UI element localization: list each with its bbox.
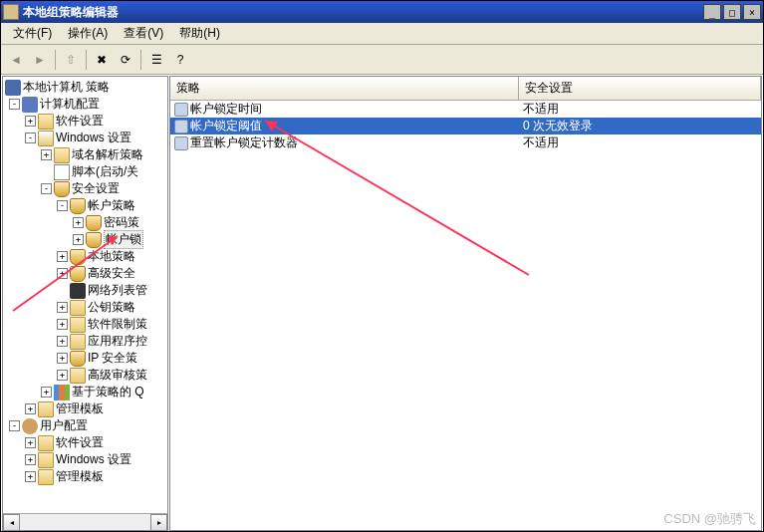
delete-button[interactable]: ✖ [91, 49, 113, 71]
expand-icon[interactable]: + [57, 353, 68, 364]
network-icon [70, 283, 86, 299]
tree-advanced-audit[interactable]: +高级审核策 [3, 367, 167, 384]
list-row[interactable]: 重置帐户锁定计数器不适用 [170, 134, 761, 151]
tree-u-windows-settings[interactable]: +Windows 设置 [3, 451, 167, 468]
tree-advanced-security[interactable]: +高级安全 [3, 265, 167, 282]
expand-icon[interactable]: + [57, 370, 68, 381]
forward-button[interactable]: ► [29, 49, 51, 71]
menu-bar: 文件(F) 操作(A) 查看(V) 帮助(H) [1, 23, 763, 45]
properties-button[interactable]: ☰ [145, 49, 167, 71]
tree-lockout-policy[interactable]: +帐户锁 [3, 231, 167, 248]
tree-app-control[interactable]: +应用程序控 [3, 333, 167, 350]
folder-icon [38, 452, 54, 468]
tree-user-config[interactable]: -用户配置 [3, 417, 167, 434]
folder-icon [54, 147, 70, 163]
collapse-icon[interactable]: - [9, 420, 20, 431]
content-area: 本地计算机 策略 -计算机配置 +软件设置 -Windows 设置 +域名解析策… [1, 75, 763, 531]
tree-ip-security[interactable]: +IP 安全策 [3, 350, 167, 367]
watermark: CSDN @驰骋飞 [663, 510, 756, 528]
list-row[interactable]: 帐户锁定时间不适用 [170, 101, 761, 118]
scroll-track[interactable] [20, 514, 150, 530]
folder-icon [70, 300, 86, 316]
expand-icon[interactable]: + [41, 387, 52, 398]
shield-icon [70, 351, 86, 367]
tree-windows-settings[interactable]: -Windows 设置 [3, 130, 167, 146]
help-toolbar-button[interactable]: ? [169, 49, 191, 71]
app-icon [3, 4, 19, 20]
tree-u-admin-templates[interactable]: +管理模板 [3, 468, 167, 485]
collapse-icon[interactable]: - [57, 200, 68, 211]
list-cell-value: 不适用 [519, 101, 761, 118]
expand-icon[interactable]: + [73, 217, 84, 228]
horizontal-scrollbar[interactable]: ◂ ▸ [3, 513, 167, 530]
tree-software-restrict[interactable]: +软件限制策 [3, 316, 167, 333]
folder-icon [38, 401, 54, 417]
list-row[interactable]: 帐户锁定阈值0 次无效登录 [170, 118, 761, 134]
expand-icon[interactable]: + [73, 234, 84, 245]
tree-public-key[interactable]: +公钥策略 [3, 299, 167, 316]
menu-help[interactable]: 帮助(H) [171, 23, 228, 44]
menu-action[interactable]: 操作(A) [60, 23, 116, 44]
expand-icon[interactable]: + [25, 116, 36, 127]
user-icon [22, 418, 38, 434]
list-cell-name: 帐户锁定时间 [170, 101, 519, 118]
expand-icon[interactable]: + [57, 251, 68, 262]
list-cell-name: 帐户锁定阈值 [170, 118, 519, 134]
tree-dns-policy[interactable]: +域名解析策略 [3, 146, 167, 163]
tree-software-settings[interactable]: +软件设置 [3, 113, 167, 130]
minimize-button[interactable]: _ [703, 4, 721, 20]
folder-icon [70, 368, 86, 384]
collapse-icon[interactable]: - [25, 133, 36, 143]
tree-scripts[interactable]: 脚本(启动/关 [3, 163, 167, 180]
folder-icon [70, 334, 86, 350]
expand-icon[interactable]: + [25, 471, 36, 482]
title-bar: 本地组策略编辑器 _ □ × [1, 1, 763, 23]
menu-file[interactable]: 文件(F) [5, 23, 60, 44]
column-header-security[interactable]: 安全设置 [519, 77, 761, 100]
list-body[interactable]: 帐户锁定时间不适用帐户锁定阈值0 次无效登录重置帐户锁定计数器不适用 [170, 101, 761, 530]
tree-root[interactable]: 本地计算机 策略 [3, 79, 167, 96]
close-button[interactable]: × [743, 4, 761, 20]
expand-icon[interactable]: + [57, 302, 68, 313]
column-header-policy[interactable]: 策略 [170, 77, 519, 100]
expand-icon[interactable]: + [25, 437, 36, 448]
scroll-right-button[interactable]: ▸ [150, 514, 167, 531]
up-button[interactable]: ⇧ [60, 49, 82, 71]
expand-icon[interactable]: + [41, 149, 52, 160]
computer-icon [5, 80, 21, 96]
folder-open-icon [38, 131, 54, 146]
tree-account-policy[interactable]: -帐户策略 [3, 197, 167, 214]
shield-icon [70, 249, 86, 265]
list-cell-name: 重置帐户锁定计数器 [170, 134, 519, 151]
tree-local-policy[interactable]: +本地策略 [3, 248, 167, 265]
back-button[interactable]: ◄ [5, 49, 27, 71]
shield-icon [70, 198, 86, 214]
expand-icon[interactable]: + [57, 268, 68, 279]
collapse-icon[interactable]: - [9, 99, 20, 110]
shield-icon [86, 215, 102, 231]
tree-admin-templates[interactable]: +管理模板 [3, 400, 167, 417]
expand-icon[interactable]: + [25, 403, 36, 414]
folder-icon [38, 469, 54, 485]
tree-security-settings[interactable]: -安全设置 [3, 180, 167, 197]
expand-icon[interactable]: + [57, 319, 68, 330]
tree-policy-based-q[interactable]: +基于策略的 Q [3, 384, 167, 400]
tree-network-list[interactable]: 网络列表管 [3, 282, 167, 299]
toolbar: ◄ ► ⇧ ✖ ⟳ ☰ ? [1, 45, 763, 75]
tree-pane[interactable]: 本地计算机 策略 -计算机配置 +软件设置 -Windows 设置 +域名解析策… [2, 76, 168, 531]
list-header: 策略 安全设置 [170, 77, 761, 101]
folder-icon [38, 114, 54, 130]
menu-view[interactable]: 查看(V) [116, 23, 171, 44]
tree-u-software-settings[interactable]: +软件设置 [3, 434, 167, 451]
tree-computer-config[interactable]: -计算机配置 [3, 96, 167, 113]
window-title: 本地组策略编辑器 [23, 4, 701, 21]
maximize-button[interactable]: □ [723, 4, 741, 20]
shield-icon [70, 266, 86, 282]
refresh-button[interactable]: ⟳ [115, 49, 136, 71]
scroll-left-button[interactable]: ◂ [3, 514, 20, 531]
expand-icon[interactable]: + [25, 454, 36, 465]
folder-icon [38, 435, 54, 451]
collapse-icon[interactable]: - [41, 183, 52, 194]
tree-password-policy[interactable]: +密码策 [3, 214, 167, 231]
expand-icon[interactable]: + [57, 336, 68, 347]
